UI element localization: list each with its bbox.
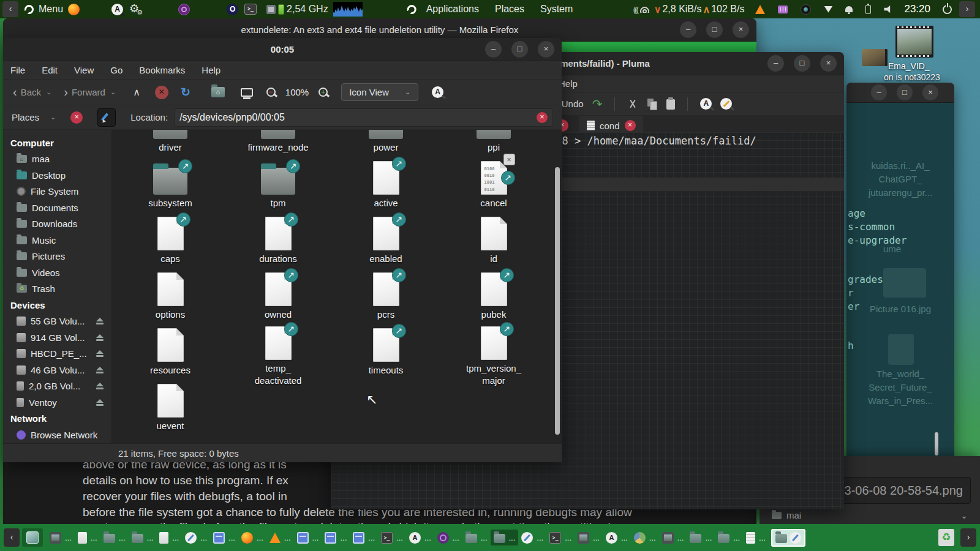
copy-icon[interactable]: [647, 99, 658, 110]
task-window-button[interactable]: ...: [715, 530, 743, 545]
back-dropdown-icon[interactable]: ⌄: [46, 88, 51, 96]
file-item[interactable]: ↗ timeouts: [332, 326, 440, 382]
active-task-group[interactable]: [771, 529, 805, 547]
file-item[interactable]: ↗ durations: [224, 215, 332, 271]
task-window-button[interactable]: ...: [47, 530, 75, 546]
file-item[interactable]: ↗ active: [332, 159, 440, 215]
edit-location-toggle[interactable]: [97, 108, 116, 127]
task-window-button[interactable]: ...: [266, 530, 294, 545]
panel-collapse-left-button[interactable]: ‹: [2, 1, 18, 17]
sidebar-item[interactable]: Music: [3, 232, 111, 249]
task-window-button[interactable]: ...: [631, 530, 659, 546]
back-button[interactable]: Back: [21, 87, 41, 97]
task-window-button[interactable]: ...: [129, 530, 157, 545]
places-chevron-icon[interactable]: ⌄: [50, 113, 56, 121]
search-button[interactable]: [432, 86, 443, 98]
file-item[interactable]: ↗ id: [440, 215, 548, 271]
menu-item[interactable]: Edit: [42, 65, 58, 75]
launcher-icon[interactable]: [111, 4, 123, 15]
task-window-button[interactable]: >_ ...: [546, 530, 575, 546]
view-mode-dropdown[interactable]: Icon View ⌄: [341, 83, 418, 101]
sidebar-item[interactable]: maa: [3, 151, 111, 168]
caja-titlebar[interactable]: 00:05 – □ ×: [3, 38, 562, 61]
tray-icon[interactable]: [755, 5, 765, 14]
panel-collapse-right-button[interactable]: ›: [959, 1, 975, 17]
task-window-button[interactable]: ...: [659, 530, 687, 546]
launcher-icon[interactable]: >_: [244, 4, 257, 15]
file-item[interactable]: ↗ pubek: [440, 271, 548, 326]
file-item[interactable]: ↗ options: [116, 271, 224, 326]
desktop-video-thumbnail-2[interactable]: [862, 49, 888, 66]
firefox-launcher-icon[interactable]: [68, 4, 80, 15]
sidebar-item[interactable]: Browse Network: [3, 427, 111, 443]
file-item[interactable]: ↗ subsystem: [116, 159, 224, 215]
tray-icon[interactable]: [884, 6, 892, 13]
find-icon[interactable]: [700, 98, 712, 110]
menu-item[interactable]: Go: [110, 65, 123, 75]
menu-places[interactable]: Places: [495, 4, 524, 15]
menu-item[interactable]: File: [10, 65, 25, 75]
task-window-button[interactable]: ...: [322, 530, 350, 546]
location-input[interactable]: /sys/devices/pnp0/00:05 ×: [174, 108, 553, 127]
file-item[interactable]: ↗ driver: [116, 130, 224, 159]
close-sidebar-button[interactable]: ×: [70, 111, 83, 124]
cut-icon[interactable]: [627, 99, 638, 110]
launcher-icon[interactable]: O: [227, 4, 238, 15]
terminal-body[interactable]: kuidas.ri.._AI_ ChatGPT_ jutuarengu_pr..…: [846, 103, 954, 456]
menu-item[interactable]: View: [74, 65, 94, 75]
terminal-scrollbar[interactable]: [935, 432, 938, 455]
home-folder-button[interactable]: [211, 87, 225, 97]
back-chevron-icon[interactable]: ‹: [13, 85, 17, 99]
undo-label[interactable]: Undo: [562, 99, 584, 109]
close-button[interactable]: ×: [922, 84, 938, 100]
desktop-video-thumbnail[interactable]: [895, 26, 933, 58]
up-button[interactable]: ∧: [133, 86, 140, 98]
task-window-button[interactable]: ...: [434, 530, 462, 546]
task-window-button[interactable]: ...: [182, 530, 210, 546]
file-item[interactable]: 0100 0010 1001 0110 × ↗ cancel: [440, 159, 548, 215]
file-item[interactable]: ↗ power: [332, 130, 440, 159]
forward-chevron-icon[interactable]: ›: [64, 85, 68, 99]
task-window-button[interactable]: ...: [462, 530, 491, 545]
power-icon[interactable]: [943, 5, 952, 14]
caja-icon-view[interactable]: ↗ driver ↗: [112, 130, 562, 443]
places-dropdown[interactable]: Places: [12, 112, 39, 122]
minimize-button[interactable]: –: [871, 84, 887, 100]
tray-icon[interactable]: |||: [778, 6, 788, 13]
sidebar-item[interactable]: Trash: [3, 281, 111, 298]
task-window-button[interactable]: >_ ...: [378, 530, 406, 546]
sidebar-item[interactable]: Devices: [3, 297, 111, 313]
maximize-button[interactable]: □: [897, 84, 913, 100]
file-item[interactable]: ↗ pcrs: [332, 271, 440, 326]
task-window-button[interactable]: ...: [350, 530, 378, 546]
task-window-button[interactable]: ...: [75, 530, 100, 546]
sidebar-item[interactable]: Documents: [3, 200, 111, 216]
minimize-button[interactable]: –: [485, 41, 502, 58]
stop-button[interactable]: ✕: [155, 86, 168, 99]
menu-button[interactable]: Menu: [39, 4, 63, 15]
taskbar-collapse-right-button[interactable]: ›: [960, 528, 976, 547]
file-item[interactable]: ↗ tpm: [224, 159, 332, 215]
file-item[interactable]: ↗ caps: [116, 215, 224, 271]
sidebar-item[interactable]: 55 GB Volu...: [3, 313, 111, 330]
cpu-graph-applet[interactable]: [333, 2, 363, 17]
trash-icon[interactable]: ♻: [938, 529, 954, 546]
taskbar-collapse-left-button[interactable]: ‹: [4, 528, 20, 547]
launcher-icon[interactable]: ⚙: [129, 3, 145, 15]
zoom-in-button[interactable]: +: [318, 88, 328, 97]
forward-button[interactable]: Forward: [72, 87, 105, 97]
tray-icon[interactable]: [824, 6, 832, 13]
zoom-out-button[interactable]: −: [266, 88, 276, 97]
launcher-icon[interactable]: [178, 4, 190, 15]
sidebar-item[interactable]: Ventoy: [3, 394, 111, 411]
show-desktop-button[interactable]: [22, 528, 43, 547]
task-window-button[interactable]: ...: [491, 530, 519, 545]
cpu-frequency-applet[interactable]: 2,54 GHz: [266, 4, 328, 15]
sidebar-item[interactable]: Downloads: [3, 216, 111, 233]
task-window-button[interactable]: ...: [743, 530, 769, 546]
mint-menu-icon[interactable]: [24, 5, 34, 14]
task-window-button[interactable]: ...: [518, 530, 546, 546]
eject-icon[interactable]: [96, 399, 104, 406]
sidebar-item[interactable]: Network: [3, 411, 111, 427]
wifi-icon[interactable]: [639, 6, 650, 13]
